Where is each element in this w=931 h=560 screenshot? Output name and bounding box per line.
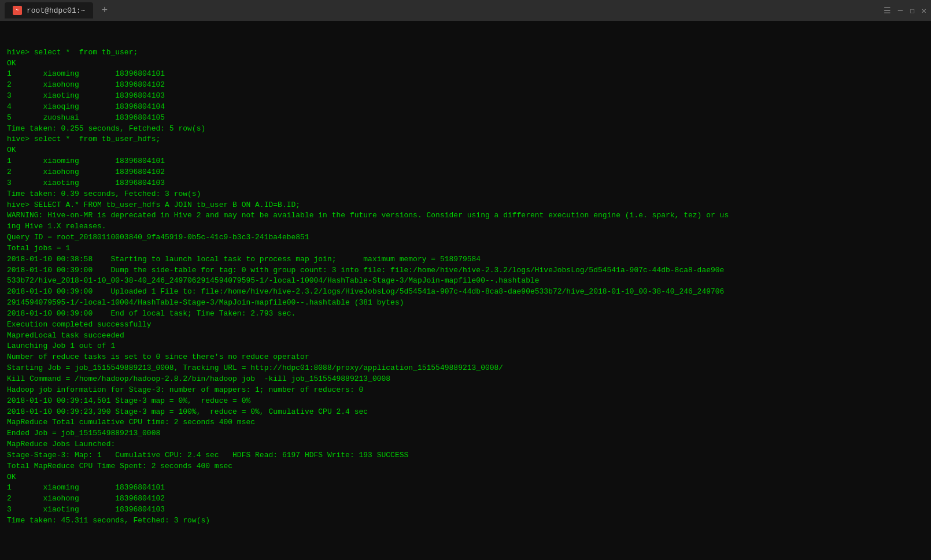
terminal-output: hive> select * from tb_user; OK 1 xiaomi… xyxy=(0,21,931,560)
minimize-button[interactable]: — xyxy=(898,6,903,15)
menu-button[interactable]: ☰ xyxy=(884,6,891,16)
add-tab-button[interactable]: + xyxy=(98,5,111,16)
terminal-lines: hive> select * from tb_user; OK 1 xiaomi… xyxy=(7,47,924,526)
tab-label: root@hdpc01:~ xyxy=(27,6,85,15)
terminal-tab[interactable]: ~ root@hdpc01:~ xyxy=(5,2,93,18)
title-bar: ~ root@hdpc01:~ + ☰ — ☐ ✕ xyxy=(0,0,931,21)
window-controls: ☰ — ☐ ✕ xyxy=(884,6,926,16)
close-button[interactable]: ✕ xyxy=(922,6,926,16)
tab-icon: ~ xyxy=(13,6,22,15)
terminal-window: ~ root@hdpc01:~ + ☰ — ☐ ✕ hive> select *… xyxy=(0,0,931,560)
maximize-button[interactable]: ☐ xyxy=(910,6,914,16)
